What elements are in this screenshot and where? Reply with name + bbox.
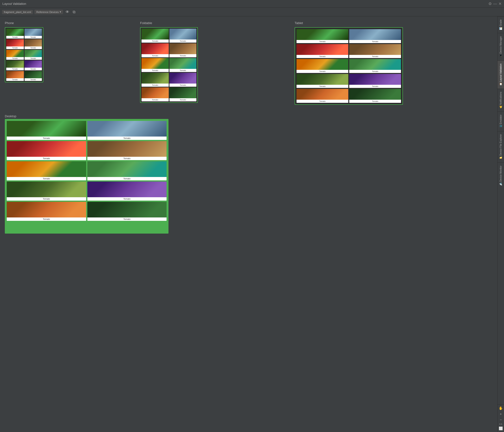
phone-card: Tomato [6, 29, 24, 38]
desktop-card: Tomato [87, 182, 167, 201]
zoom-tools: ✋ + − 1:1 ⬜ [497, 404, 504, 432]
foldable-card-label: Tomato [142, 98, 169, 101]
tablet-card: Tomato [297, 59, 348, 73]
desktop-card-label: Tomato [7, 197, 86, 201]
copy-layout-button[interactable]: ⧉ [72, 9, 76, 15]
device-manager-label: Device Manager [499, 36, 502, 54]
tablet-card-label: Tomato [349, 85, 401, 88]
tablet-card-label: Tomato [297, 55, 348, 58]
toolbar: fragment_plant_list.xml Reference Device… [0, 8, 504, 16]
zoom-in-button[interactable]: + [498, 411, 504, 417]
desktop-card-img [7, 141, 86, 157]
desktop-card-img [87, 161, 167, 177]
tablet-label: Tablet [295, 21, 493, 25]
phone-card: Tomato [6, 60, 24, 70]
desktop-preview: Tomato Tomato Tomato Tomato [5, 119, 169, 234]
phone-card: Tomato [25, 39, 42, 49]
foldable-card-img [142, 43, 169, 54]
phone-card-img [25, 39, 42, 46]
tablet-card-img [297, 74, 348, 85]
eye-icon-button[interactable]: 👁 [64, 9, 70, 15]
desktop-card-img [87, 141, 167, 157]
foldable-card-label: Tomato [142, 69, 169, 72]
phone-card-img [6, 29, 24, 36]
emulator-label: Emulator [499, 115, 502, 124]
desktop-card-label: Tomato [87, 137, 167, 140]
foldable-card-img [170, 43, 197, 54]
sidebar-tab-notifications[interactable]: 🔔 Notifications [497, 89, 504, 111]
app-title: Layout Validation [2, 2, 26, 6]
tablet-card-label: Tomato [297, 100, 348, 103]
tablet-card-label: Tomato [297, 70, 348, 73]
tablet-card-img [349, 29, 401, 40]
zoom-reset-label[interactable]: 1:1 [499, 423, 502, 425]
minimize-icon[interactable]: — [493, 2, 497, 6]
plus-icon: + [500, 412, 502, 416]
phone-card-img [25, 60, 42, 68]
desktop-card: Tomato [7, 141, 86, 160]
foldable-card-img [142, 29, 169, 39]
desktop-section: Desktop Tomato Tomato Tomato [5, 114, 493, 234]
foldable-card: Tomato [142, 87, 169, 101]
phone-card-label: Tomato [25, 57, 42, 60]
screenshot-button[interactable]: ⬜ [498, 426, 504, 431]
foldable-card-img [170, 29, 197, 39]
phone-card-img [25, 50, 42, 57]
phone-card-label: Tomato [6, 78, 24, 81]
desktop-card: Tomato [7, 161, 86, 180]
tablet-preview: Tomato Tomato Tomato Tomato [295, 27, 403, 105]
minus-icon: − [500, 418, 502, 422]
tablet-card: Tomato [297, 89, 348, 103]
sidebar-tab-grade[interactable]: 📊 Grade [497, 16, 504, 33]
close-icon[interactable]: ✕ [498, 1, 502, 6]
phone-card-label: Tomato [6, 68, 24, 70]
tablet-card: Tomato [349, 59, 401, 73]
zoom-out-button[interactable]: − [498, 417, 504, 422]
phone-label: Phone [5, 21, 133, 25]
foldable-card-label: Tomato [142, 54, 169, 57]
desktop-bottom-extra [7, 222, 167, 232]
notifications-label: Notifications [499, 92, 502, 105]
tablet-card-img [297, 59, 348, 70]
phone-card: Tomato [25, 60, 42, 70]
foldable-card: Tomato [170, 73, 197, 87]
tablet-card-img [349, 74, 401, 85]
title-bar: Layout Validation ⚙ — ✕ [0, 0, 504, 8]
desktop-card: Tomato [7, 182, 86, 201]
foldable-grid: Tomato Tomato Tomato Tomato [142, 29, 196, 101]
device-file-explorer-icon: 📁 [499, 157, 502, 160]
phone-card-label: Tomato [6, 36, 24, 38]
notifications-icon: 🔔 [499, 106, 502, 109]
sidebar-tab-device-monitor[interactable]: 📡 Device Monitor [497, 163, 504, 189]
settings-icon[interactable]: ⚙ [488, 1, 492, 6]
phone-card: Tomato [6, 39, 24, 49]
sidebar-tab-device-file-explorer[interactable]: 📁 Device File Explorer [497, 131, 504, 162]
sidebar-tab-emulator[interactable]: 📺 Emulator [497, 111, 504, 131]
phone-card: Tomato [6, 71, 24, 81]
tablet-card-label: Tomato [349, 40, 401, 43]
foldable-card: Tomato [170, 87, 197, 101]
desktop-card: Tomato [7, 202, 86, 221]
hand-tool-button[interactable]: ✋ [498, 405, 504, 411]
layout-validation-icon: 📋 [499, 83, 502, 86]
grade-icon: 📊 [499, 27, 502, 30]
tablet-card-img [349, 44, 401, 55]
sidebar-tab-device-manager[interactable]: 📱 Device Manager [497, 33, 504, 60]
tablet-card: Tomato [297, 44, 348, 58]
phone-card-img [6, 60, 24, 68]
device-file-explorer-label: Device File Explorer [499, 134, 502, 156]
sidebar-tab-layout-validation[interactable]: 📋 Layout Validation [497, 60, 504, 89]
chevron-down-icon: ▾ [60, 10, 61, 13]
tablet-card-img [297, 29, 348, 40]
desktop-card-label: Tomato [7, 137, 86, 140]
tablet-card: Tomato [349, 74, 401, 88]
desktop-card-label: Tomato [87, 217, 167, 221]
desktop-card-img [87, 202, 167, 217]
reference-devices-dropdown[interactable]: Reference Devices ▾ [34, 10, 63, 14]
foldable-card-label: Tomato [142, 39, 169, 43]
tablet-card-img [297, 89, 348, 100]
desktop-card-label: Tomato [7, 217, 86, 221]
foldable-card-img [170, 87, 197, 98]
desktop-card: Tomato [87, 121, 167, 140]
eye-icon: 👁 [65, 10, 69, 14]
